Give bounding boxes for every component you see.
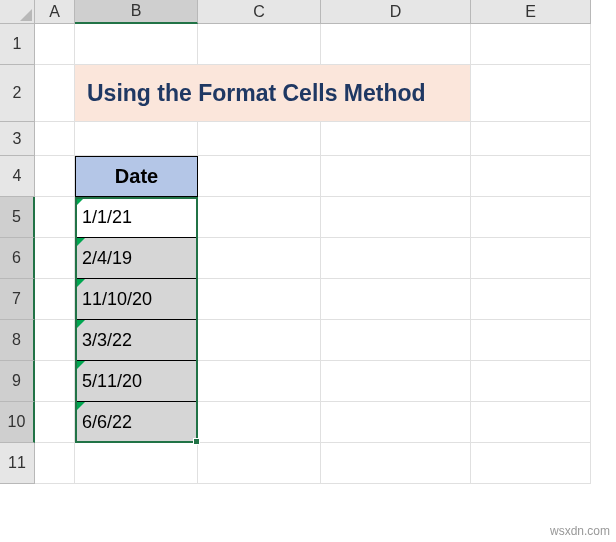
cell-A10[interactable] — [35, 402, 75, 443]
cell-E3[interactable] — [471, 122, 591, 156]
row-header-1[interactable]: 1 — [0, 24, 35, 65]
row-header-11[interactable]: 11 — [0, 443, 35, 484]
cell-B3[interactable] — [75, 122, 198, 156]
cell-D6[interactable] — [321, 238, 471, 279]
cell-value: 1/1/21 — [82, 207, 132, 228]
cell-D7[interactable] — [321, 279, 471, 320]
cell-C11[interactable] — [198, 443, 321, 484]
cell-B6[interactable]: 2/4/19 — [75, 238, 198, 279]
cell-A7[interactable] — [35, 279, 75, 320]
row-header-4[interactable]: 4 — [0, 156, 35, 197]
error-indicator-icon — [76, 320, 85, 329]
table-header-date[interactable]: Date — [75, 156, 198, 197]
cell-E4[interactable] — [471, 156, 591, 197]
row-header-6[interactable]: 6 — [0, 238, 35, 279]
cell-B8[interactable]: 3/3/22 — [75, 320, 198, 361]
cell-E2[interactable] — [471, 65, 591, 122]
cell-C6[interactable] — [198, 238, 321, 279]
row-header-8[interactable]: 8 — [0, 320, 35, 361]
cell-C1[interactable] — [198, 24, 321, 65]
row-header-10[interactable]: 10 — [0, 402, 35, 443]
cell-C10[interactable] — [198, 402, 321, 443]
cell-value: 3/3/22 — [82, 330, 132, 351]
cell-C4[interactable] — [198, 156, 321, 197]
cell-E5[interactable] — [471, 197, 591, 238]
cell-A8[interactable] — [35, 320, 75, 361]
title-block: Using the Format Cells Method — [75, 65, 471, 122]
cell-B7[interactable]: 11/10/20 — [75, 279, 198, 320]
cell-D11[interactable] — [321, 443, 471, 484]
error-indicator-icon — [76, 279, 85, 288]
cell-E1[interactable] — [471, 24, 591, 65]
row-header-5[interactable]: 5 — [0, 197, 35, 238]
cell-E9[interactable] — [471, 361, 591, 402]
cell-A5[interactable] — [35, 197, 75, 238]
cell-D3[interactable] — [321, 122, 471, 156]
cell-A2[interactable] — [35, 65, 75, 122]
col-header-E[interactable]: E — [471, 0, 591, 24]
cell-B11[interactable] — [75, 443, 198, 484]
cell-value: 2/4/19 — [82, 248, 132, 269]
cell-B5[interactable]: 1/1/21 — [75, 197, 198, 238]
cell-D5[interactable] — [321, 197, 471, 238]
cell-value: 5/11/20 — [82, 371, 142, 392]
cell-E6[interactable] — [471, 238, 591, 279]
cell-A3[interactable] — [35, 122, 75, 156]
cell-A1[interactable] — [35, 24, 75, 65]
cell-E8[interactable] — [471, 320, 591, 361]
cell-C5[interactable] — [198, 197, 321, 238]
cell-E10[interactable] — [471, 402, 591, 443]
cell-C7[interactable] — [198, 279, 321, 320]
error-indicator-icon — [76, 402, 85, 411]
cell-value: 11/10/20 — [82, 289, 152, 310]
cell-B1[interactable] — [75, 24, 198, 65]
col-header-B[interactable]: B — [75, 0, 198, 24]
cell-A9[interactable] — [35, 361, 75, 402]
cell-B10[interactable]: 6/6/22 — [75, 402, 198, 443]
row-header-3[interactable]: 3 — [0, 122, 35, 156]
cell-D4[interactable] — [321, 156, 471, 197]
error-indicator-icon — [76, 238, 85, 247]
row-header-7[interactable]: 7 — [0, 279, 35, 320]
cell-D10[interactable] — [321, 402, 471, 443]
cell-C8[interactable] — [198, 320, 321, 361]
cell-C3[interactable] — [198, 122, 321, 156]
col-header-D[interactable]: D — [321, 0, 471, 24]
cell-A4[interactable] — [35, 156, 75, 197]
select-all-corner[interactable] — [0, 0, 35, 24]
cell-B9[interactable]: 5/11/20 — [75, 361, 198, 402]
cell-A11[interactable] — [35, 443, 75, 484]
col-header-A[interactable]: A — [35, 0, 75, 24]
cell-E11[interactable] — [471, 443, 591, 484]
row-header-9[interactable]: 9 — [0, 361, 35, 402]
spreadsheet-grid: A B C D E 1 2 Using the Format Cells Met… — [0, 0, 616, 484]
cell-D1[interactable] — [321, 24, 471, 65]
cell-D9[interactable] — [321, 361, 471, 402]
cell-D8[interactable] — [321, 320, 471, 361]
cell-C9[interactable] — [198, 361, 321, 402]
error-indicator-icon — [76, 361, 85, 370]
cell-E7[interactable] — [471, 279, 591, 320]
col-header-C[interactable]: C — [198, 0, 321, 24]
error-indicator-icon — [76, 197, 85, 206]
row-header-2[interactable]: 2 — [0, 65, 35, 122]
cell-value: 6/6/22 — [82, 412, 132, 433]
watermark: wsxdn.com — [550, 524, 610, 538]
cell-A6[interactable] — [35, 238, 75, 279]
